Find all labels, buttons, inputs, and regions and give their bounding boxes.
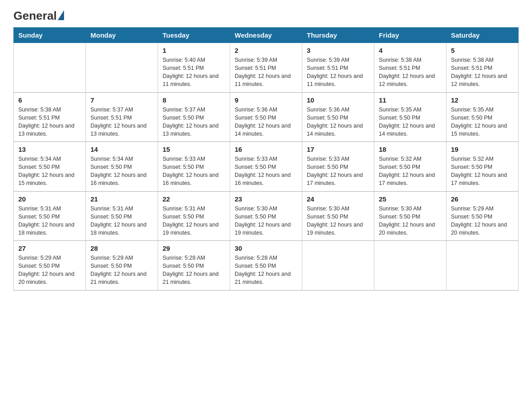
- calendar-cell: 17Sunrise: 5:33 AMSunset: 5:50 PMDayligh…: [302, 142, 374, 192]
- calendar-cell: [374, 241, 446, 291]
- day-number: 3: [307, 47, 369, 54]
- day-number: 9: [235, 96, 297, 104]
- day-info: Sunrise: 5:28 AMSunset: 5:50 PMDaylight:…: [235, 254, 297, 287]
- day-info: Sunrise: 5:30 AMSunset: 5:50 PMDaylight:…: [379, 205, 442, 237]
- day-number: 14: [90, 146, 153, 153]
- day-info: Sunrise: 5:29 AMSunset: 5:50 PMDaylight:…: [18, 254, 81, 287]
- day-number: 15: [163, 146, 225, 153]
- column-header-friday: Friday: [374, 28, 446, 43]
- day-info: Sunrise: 5:36 AMSunset: 5:50 PMDaylight:…: [235, 106, 297, 138]
- day-number: 28: [90, 244, 153, 252]
- column-header-saturday: Saturday: [446, 28, 519, 43]
- calendar-cell: [86, 43, 158, 93]
- day-info: Sunrise: 5:32 AMSunset: 5:50 PMDaylight:…: [379, 155, 442, 188]
- day-number: 13: [18, 146, 81, 153]
- calendar-cell: 4Sunrise: 5:38 AMSunset: 5:51 PMDaylight…: [374, 43, 446, 93]
- day-info: Sunrise: 5:33 AMSunset: 5:50 PMDaylight:…: [163, 155, 225, 188]
- day-info: Sunrise: 5:33 AMSunset: 5:50 PMDaylight:…: [235, 155, 297, 188]
- calendar-cell: 16Sunrise: 5:33 AMSunset: 5:50 PMDayligh…: [230, 142, 302, 192]
- day-number: 25: [379, 195, 442, 203]
- day-info: Sunrise: 5:37 AMSunset: 5:50 PMDaylight:…: [163, 106, 225, 138]
- day-info: Sunrise: 5:38 AMSunset: 5:51 PMDaylight:…: [18, 106, 81, 138]
- calendar-week-row: 20Sunrise: 5:31 AMSunset: 5:50 PMDayligh…: [14, 191, 519, 241]
- calendar-cell: 30Sunrise: 5:28 AMSunset: 5:50 PMDayligh…: [230, 241, 302, 291]
- day-number: 30: [235, 244, 297, 252]
- calendar-cell: 27Sunrise: 5:29 AMSunset: 5:50 PMDayligh…: [14, 241, 86, 291]
- calendar-week-row: 27Sunrise: 5:29 AMSunset: 5:50 PMDayligh…: [14, 241, 519, 291]
- day-info: Sunrise: 5:33 AMSunset: 5:50 PMDaylight:…: [307, 155, 369, 188]
- calendar-cell: 21Sunrise: 5:31 AMSunset: 5:50 PMDayligh…: [86, 191, 158, 241]
- calendar-cell: 18Sunrise: 5:32 AMSunset: 5:50 PMDayligh…: [374, 142, 446, 192]
- day-info: Sunrise: 5:39 AMSunset: 5:51 PMDaylight:…: [235, 56, 297, 89]
- calendar-cell: 1Sunrise: 5:40 AMSunset: 5:51 PMDaylight…: [158, 43, 230, 93]
- day-number: 6: [18, 96, 81, 104]
- logo-triangle-icon: [58, 10, 64, 20]
- day-info: Sunrise: 5:34 AMSunset: 5:50 PMDaylight:…: [90, 155, 153, 188]
- calendar-cell: 5Sunrise: 5:38 AMSunset: 5:51 PMDaylight…: [446, 43, 519, 93]
- calendar-cell: 26Sunrise: 5:29 AMSunset: 5:50 PMDayligh…: [446, 191, 519, 241]
- day-number: 19: [451, 146, 514, 153]
- day-number: 22: [163, 195, 225, 203]
- calendar-cell: 28Sunrise: 5:29 AMSunset: 5:50 PMDayligh…: [86, 241, 158, 291]
- day-number: 5: [451, 47, 514, 54]
- calendar-cell: 19Sunrise: 5:32 AMSunset: 5:50 PMDayligh…: [446, 142, 519, 192]
- day-info: Sunrise: 5:31 AMSunset: 5:50 PMDaylight:…: [163, 205, 225, 237]
- day-number: 2: [235, 47, 297, 54]
- calendar-cell: 13Sunrise: 5:34 AMSunset: 5:50 PMDayligh…: [14, 142, 86, 192]
- day-info: Sunrise: 5:28 AMSunset: 5:50 PMDaylight:…: [163, 254, 225, 287]
- calendar-cell: 10Sunrise: 5:36 AMSunset: 5:50 PMDayligh…: [302, 92, 374, 142]
- calendar-cell: 29Sunrise: 5:28 AMSunset: 5:50 PMDayligh…: [158, 241, 230, 291]
- day-number: 4: [379, 47, 442, 54]
- day-info: Sunrise: 5:38 AMSunset: 5:51 PMDaylight:…: [379, 56, 442, 89]
- day-number: 12: [451, 96, 514, 104]
- calendar-cell: 15Sunrise: 5:33 AMSunset: 5:50 PMDayligh…: [158, 142, 230, 192]
- day-number: 11: [379, 96, 442, 104]
- logo-general-text: General: [13, 9, 57, 23]
- column-header-sunday: Sunday: [14, 28, 86, 43]
- day-info: Sunrise: 5:35 AMSunset: 5:50 PMDaylight:…: [451, 106, 514, 138]
- day-info: Sunrise: 5:37 AMSunset: 5:51 PMDaylight:…: [90, 106, 153, 138]
- day-info: Sunrise: 5:30 AMSunset: 5:50 PMDaylight:…: [235, 205, 297, 237]
- calendar-header-row: SundayMondayTuesdayWednesdayThursdayFrid…: [14, 28, 519, 43]
- day-number: 1: [163, 47, 225, 54]
- day-number: 18: [379, 146, 442, 153]
- calendar-week-row: 6Sunrise: 5:38 AMSunset: 5:51 PMDaylight…: [14, 92, 519, 142]
- calendar-cell: 12Sunrise: 5:35 AMSunset: 5:50 PMDayligh…: [446, 92, 519, 142]
- calendar-cell: [446, 241, 519, 291]
- day-number: 16: [235, 146, 297, 153]
- calendar-cell: 6Sunrise: 5:38 AMSunset: 5:51 PMDaylight…: [14, 92, 86, 142]
- day-number: 17: [307, 146, 369, 153]
- day-number: 24: [307, 195, 369, 203]
- day-number: 10: [307, 96, 369, 104]
- calendar-cell: [14, 43, 86, 93]
- day-info: Sunrise: 5:29 AMSunset: 5:50 PMDaylight:…: [90, 254, 153, 287]
- calendar-cell: 7Sunrise: 5:37 AMSunset: 5:51 PMDaylight…: [86, 92, 158, 142]
- day-number: 21: [90, 195, 153, 203]
- day-number: 20: [18, 195, 81, 203]
- day-info: Sunrise: 5:35 AMSunset: 5:50 PMDaylight:…: [379, 106, 442, 138]
- calendar-week-row: 13Sunrise: 5:34 AMSunset: 5:50 PMDayligh…: [14, 142, 519, 192]
- page-header: General: [13, 9, 519, 21]
- column-header-thursday: Thursday: [302, 28, 374, 43]
- day-info: Sunrise: 5:34 AMSunset: 5:50 PMDaylight:…: [18, 155, 81, 188]
- day-info: Sunrise: 5:40 AMSunset: 5:51 PMDaylight:…: [163, 56, 225, 89]
- logo: General: [13, 9, 65, 21]
- day-info: Sunrise: 5:30 AMSunset: 5:50 PMDaylight:…: [307, 205, 369, 237]
- calendar-cell: 8Sunrise: 5:37 AMSunset: 5:50 PMDaylight…: [158, 92, 230, 142]
- day-info: Sunrise: 5:38 AMSunset: 5:51 PMDaylight:…: [451, 56, 514, 89]
- day-number: 8: [163, 96, 225, 104]
- calendar-cell: 20Sunrise: 5:31 AMSunset: 5:50 PMDayligh…: [14, 191, 86, 241]
- calendar-week-row: 1Sunrise: 5:40 AMSunset: 5:51 PMDaylight…: [14, 43, 519, 93]
- day-info: Sunrise: 5:31 AMSunset: 5:50 PMDaylight:…: [90, 205, 153, 237]
- day-number: 23: [235, 195, 297, 203]
- calendar-cell: 2Sunrise: 5:39 AMSunset: 5:51 PMDaylight…: [230, 43, 302, 93]
- calendar-cell: 3Sunrise: 5:39 AMSunset: 5:51 PMDaylight…: [302, 43, 374, 93]
- day-number: 27: [18, 244, 81, 252]
- day-info: Sunrise: 5:39 AMSunset: 5:51 PMDaylight:…: [307, 56, 369, 89]
- calendar-table: SundayMondayTuesdayWednesdayThursdayFrid…: [13, 27, 519, 291]
- day-number: 29: [163, 244, 225, 252]
- column-header-monday: Monday: [86, 28, 158, 43]
- day-info: Sunrise: 5:31 AMSunset: 5:50 PMDaylight:…: [18, 205, 81, 237]
- column-header-tuesday: Tuesday: [158, 28, 230, 43]
- calendar-cell: 14Sunrise: 5:34 AMSunset: 5:50 PMDayligh…: [86, 142, 158, 192]
